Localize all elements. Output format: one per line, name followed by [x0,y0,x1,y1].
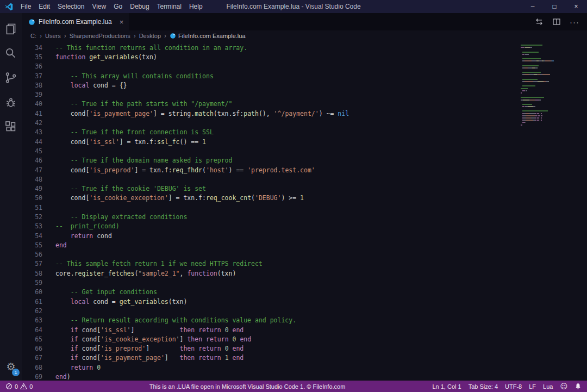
maximize-button[interactable]: □ [544,0,565,13]
editor-actions: ··· [535,13,587,30]
breadcrumb-sharpenedproductions[interactable]: SharpenedProductions [70,33,130,39]
line-number: 61 [22,298,42,306]
window-controls: – □ × [522,0,587,13]
menu-file[interactable]: File [17,2,35,11]
code-line[interactable]: 44 cond['is_ssl'] = txn.f:ssl_fc() == 1 [22,137,587,146]
code-line[interactable]: 56 [22,250,587,259]
split-editor-icon [552,17,561,26]
code-line[interactable]: 50 cond['is_cookie_exception'] = txn.f:r… [22,194,587,203]
code-line[interactable]: 63 -- Return result according with condi… [22,316,587,325]
code-line[interactable]: 49 -- True if the cookie 'DEBUG' is set [22,184,587,193]
more-actions-button[interactable]: ··· [570,18,579,26]
split-editor-button[interactable] [552,17,561,26]
menu-terminal[interactable]: Terminal [153,2,185,11]
code-line[interactable]: 69end) [22,372,587,381]
code-line[interactable]: 46 -- True if the domain name asked is p… [22,156,587,165]
tab-size-indicator[interactable]: Tab Size: 4 [469,383,498,390]
code-line[interactable]: 53-- print_r(cond) [22,222,587,231]
line-number: 40 [22,100,42,108]
line-number: 46 [22,157,42,164]
eol-indicator[interactable]: LF [529,383,536,390]
close-button[interactable]: × [565,0,587,13]
code-line[interactable]: 59 [22,278,587,287]
code-line[interactable]: 61 local cond = get_variables(txn) [22,297,587,306]
breadcrumb-desktop[interactable]: Desktop [139,33,161,39]
code-line[interactable]: 37 -- This array will contains condition… [22,71,587,80]
chevron-right-icon: › [40,32,42,40]
cursor-position[interactable]: Ln 1, Col 1 [432,383,461,390]
source-control-icon [5,72,17,84]
code-line[interactable]: 36 [22,62,587,71]
code-line[interactable]: 48 [22,175,587,184]
line-number: 34 [22,44,42,52]
warning-count: 0 [29,383,33,390]
code-line[interactable]: 41 cond['is_payment_page'] = string.matc… [22,109,587,118]
line-number: 44 [22,138,42,146]
open-changes-button[interactable] [535,17,544,26]
code-line[interactable]: 62 [22,306,587,315]
tab-close-button[interactable]: × [120,18,124,26]
encoding-indicator[interactable]: UTF-8 [505,383,522,390]
code-line[interactable]: 40 -- True if the path starts with "/pay… [22,99,587,109]
code-line[interactable]: 60 -- Get input conditions [22,288,587,297]
code-line[interactable]: 34-- This function returns all condition… [22,43,587,52]
code-line[interactable]: 68 return 0 [22,363,587,372]
error-icon [5,383,13,390]
menu-debug[interactable]: Debug [126,2,153,11]
code-area[interactable]: 34-- This function returns all condition… [22,43,587,381]
explorer-button[interactable] [0,16,22,41]
menu-go[interactable]: Go [110,2,126,11]
code-line[interactable]: 39 [22,90,587,99]
notifications-bell-button[interactable] [574,383,582,390]
main-area: ⚙ 1 FileInfo.com Example.lua × [0,13,587,381]
chevron-right-icon: › [164,32,166,40]
code-line[interactable]: 51 [22,203,587,212]
breadcrumb-filename[interactable]: FileInfo.com Example.lua [170,33,246,39]
source-control-button[interactable] [0,65,22,90]
line-number: 35 [22,53,42,61]
line-number: 62 [22,307,42,315]
line-number: 67 [22,354,42,362]
debug-button[interactable] [0,90,22,114]
tab-fileinfo-example[interactable]: FileInfo.com Example.lua × [22,13,129,30]
code-line[interactable]: 45 [22,146,587,155]
code-line[interactable]: 52 -- Display extracted conditions [22,212,587,221]
menu-view[interactable]: View [88,2,110,11]
line-number: 64 [22,326,42,334]
code-line[interactable]: 55end [22,240,587,250]
breadcrumb-filename-label: FileInfo.com Example.lua [178,33,246,39]
menu-bar: File Edit Selection View Go Debug Termin… [17,2,207,11]
problems-button[interactable]: 0 0 [5,383,33,390]
code-line[interactable]: 47 cond['is_preprod'] = txn.f:req_fhdr('… [22,165,587,175]
warning-icon [20,383,27,390]
editor-group: FileInfo.com Example.lua × ··· [22,13,587,381]
code-line[interactable]: 67 if cond['is_payment_page'] then retur… [22,353,587,363]
line-number: 42 [22,119,42,127]
tab-label: FileInfo.com Example.lua [39,18,112,26]
breadcrumb-drive[interactable]: C: [30,33,36,39]
breadcrumb-users[interactable]: Users [45,33,61,39]
settings-button[interactable]: ⚙ 1 [0,356,22,377]
code-line[interactable]: 58core.register_fetches("sample2_1", fun… [22,269,587,278]
code-line[interactable]: 64 if cond['is_ssl'] then return 0 end [22,325,587,334]
title-bar: File Edit Selection View Go Debug Termin… [0,0,587,13]
extensions-button[interactable] [0,114,22,139]
code-line[interactable]: 65 if cond['is_cookie_exception'] then r… [22,334,587,344]
code-line[interactable]: 66 if cond['is_preprod'] then return 0 e… [22,344,587,353]
search-button[interactable] [0,41,22,65]
code-line[interactable]: 57-- This sample fetch return 1 if we ne… [22,259,587,269]
minimize-button[interactable]: – [522,0,544,13]
menu-help[interactable]: Help [185,2,207,11]
code-line[interactable]: 35function get_variables(txn) [22,52,587,61]
menu-selection[interactable]: Selection [54,2,88,11]
code-line[interactable]: 38 local cond = {} [22,80,587,90]
minimap[interactable] [521,45,554,127]
code-line[interactable]: 54 return cond [22,231,587,240]
menu-edit[interactable]: Edit [35,2,54,11]
language-mode[interactable]: Lua [543,383,553,390]
code-line[interactable]: 43 -- True if the front connection is SS… [22,128,587,137]
extensions-icon [5,121,17,133]
feedback-smiley-button[interactable]: ☺ [560,383,567,390]
line-number: 58 [22,270,42,277]
code-line[interactable]: 42 [22,118,587,127]
